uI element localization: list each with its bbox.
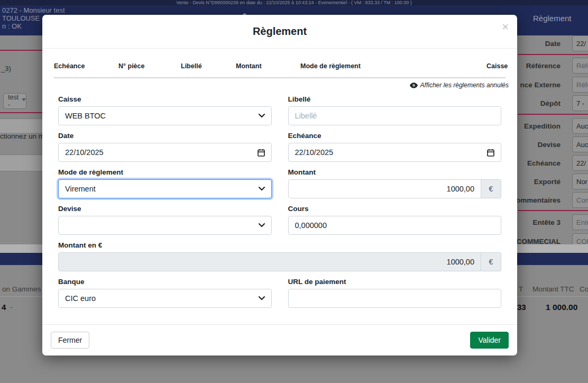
- test-dropdown-label: test -: [8, 94, 19, 108]
- close-icon[interactable]: ×: [502, 21, 509, 33]
- row-date: Date22/: [508, 35, 588, 51]
- depot-field[interactable]: 7 -: [572, 95, 588, 111]
- devise-label: Devise: [58, 205, 272, 213]
- app-background: Vente - Devis N°D990000239 en date du : …: [0, 0, 588, 383]
- row-commentaires: ommentairesCom: [508, 192, 588, 208]
- url-paiement-input[interactable]: [288, 289, 502, 308]
- reglement-modal: Règlement × Echéance N° pièce Libellé Mo…: [42, 15, 517, 355]
- echeance-label: Echéance: [288, 132, 502, 140]
- chevron-down-icon: [259, 114, 265, 118]
- modal-header: Règlement ×: [42, 15, 517, 49]
- montant-input[interactable]: [288, 179, 482, 198]
- row-entete3: Entête 3Entê: [508, 214, 588, 230]
- divider-red: [518, 54, 588, 55]
- divider-red: [518, 210, 588, 211]
- echeance-field[interactable]: 22/: [572, 155, 588, 171]
- modal-footer: Fermer Valider: [42, 324, 517, 355]
- col-libelle: Libellé: [181, 62, 236, 70]
- date-value: 22/10/2025: [65, 148, 104, 157]
- col-mode: Mode de règlement: [300, 62, 428, 70]
- modal-title: Règlement: [253, 25, 307, 38]
- echeance-input[interactable]: 22/10/2025: [288, 143, 502, 162]
- caisse-value: WEB BTOC: [65, 112, 106, 120]
- banque-label: Banque: [58, 278, 272, 286]
- field-devise: Devise: [58, 205, 272, 235]
- commentaires-field[interactable]: Com: [572, 192, 588, 208]
- url-paiement-label: URL de paiement: [288, 278, 502, 286]
- montant-eur-label: Montant en €: [58, 241, 501, 249]
- montant-eur-input: 1000,00: [58, 252, 481, 271]
- column-ht: T: [519, 285, 523, 293]
- montant-eur-value: 1000,00: [447, 258, 474, 266]
- row-value-ttc: 1 000.00: [546, 303, 577, 312]
- row-devise: DeviseAuc: [508, 136, 588, 152]
- banque-value: CIC euro: [65, 294, 96, 303]
- field-echeance: Echéance 22/10/2025: [288, 132, 502, 162]
- caisse-label: Caisse: [58, 95, 272, 103]
- mode-reglement-label: Mode de règlement: [58, 168, 272, 176]
- reglement-nav-button[interactable]: Règlement: [533, 14, 572, 23]
- row-value-ht: 33: [517, 303, 526, 312]
- exporte-field[interactable]: Nor: [572, 174, 588, 189]
- cours-label: Cours: [288, 205, 502, 213]
- reference-field[interactable]: Réfé: [572, 58, 588, 74]
- calendar-icon[interactable]: [487, 149, 494, 157]
- mode-reglement-value: Virement: [65, 185, 96, 193]
- col-caisse: Caisse: [428, 62, 508, 70]
- banque-select[interactable]: CIC euro: [58, 289, 272, 308]
- column-co: Co: [580, 285, 588, 293]
- devise-select[interactable]: [58, 216, 272, 235]
- row-exporte: ExportéNor: [508, 174, 588, 189]
- date-input[interactable]: 22/10/2025: [58, 143, 272, 162]
- row-echeance: Echéance22/: [508, 155, 588, 171]
- field-montant: Montant €: [288, 168, 502, 198]
- libelle-label: Libellé: [288, 95, 502, 103]
- left-input-bar[interactable]: [0, 118, 42, 133]
- devise-field[interactable]: Auc: [572, 136, 588, 152]
- payment-form: Caisse WEB BTOC Libellé Date 22/10/2025: [58, 95, 501, 308]
- field-caisse: Caisse WEB BTOC: [58, 95, 272, 125]
- expedition-field[interactable]: Auc: [572, 118, 588, 134]
- divider-red: [518, 114, 588, 115]
- test-dropdown[interactable]: test -: [3, 93, 26, 109]
- libelle-input[interactable]: [288, 106, 502, 125]
- payments-table-header: Echéance N° pièce Libellé Montant Mode d…: [54, 55, 506, 78]
- euro-addon: €: [481, 179, 501, 198]
- show-cancelled-link[interactable]: Afficher les règlements annulés: [58, 81, 509, 89]
- field-libelle: Libellé: [288, 95, 502, 125]
- left-select-message: ctionnez un me: [0, 132, 49, 140]
- row-expedition: ExpeditionAuc: [508, 118, 588, 134]
- field-url-paiement: URL de paiement: [288, 278, 502, 308]
- date-field[interactable]: 22/: [572, 35, 588, 51]
- row-depot: Dépôt7 -: [508, 95, 588, 111]
- left-input-bar[interactable]: [0, 154, 42, 171]
- divider-red: [0, 50, 42, 51]
- field-banque: Banque CIC euro: [58, 278, 272, 308]
- customer-name: 0272 - Monsieur test: [2, 6, 65, 14]
- valider-button[interactable]: Valider: [470, 332, 509, 349]
- row-reference: RéférenceRéfé: [508, 58, 588, 74]
- row-value-left: 4: [2, 303, 6, 312]
- row-reference-externe: nce ExterneRéfé: [508, 77, 588, 93]
- echeance-value: 22/10/2025: [295, 148, 334, 157]
- document-info-bar: Vente - Devis N°D990000239 en date du : …: [0, 0, 588, 5]
- cours-input[interactable]: [288, 216, 502, 235]
- caret-down-icon: [22, 98, 26, 101]
- entete3-field[interactable]: Entê: [572, 214, 588, 230]
- caisse-select[interactable]: WEB BTOC: [58, 106, 272, 125]
- divider-red: [0, 112, 42, 113]
- col-echeance: Echéance: [54, 62, 118, 70]
- row-value-dash: -: [10, 303, 13, 312]
- euro-addon: €: [481, 252, 501, 271]
- modal-body: Echéance N° pièce Libellé Montant Mode d…: [42, 49, 517, 324]
- show-cancelled-label: Afficher les règlements annulés: [420, 81, 509, 89]
- column-montant-ttc: Montant TTC: [532, 285, 574, 293]
- mode-reglement-select[interactable]: Virement: [58, 179, 272, 198]
- field-mode-reglement: Mode de règlement Virement: [58, 168, 272, 198]
- calendar-icon[interactable]: [258, 149, 265, 157]
- field-date: Date 22/10/2025: [58, 132, 272, 162]
- column-gammes: on Gammes: [2, 285, 41, 293]
- fermer-button[interactable]: Fermer: [51, 332, 89, 349]
- reference-externe-field[interactable]: Réfé: [572, 77, 588, 93]
- date-label: Date: [58, 132, 272, 140]
